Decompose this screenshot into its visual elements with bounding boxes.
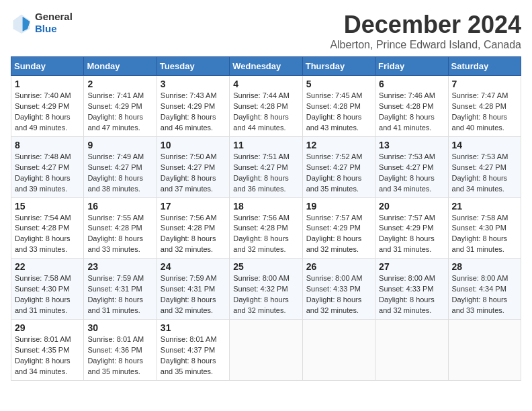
day-number: 7 bbox=[452, 79, 517, 89]
day-number: 16 bbox=[87, 201, 152, 212]
calendar-cell: 16Sunrise: 7:55 AMSunset: 4:28 PMDayligh… bbox=[84, 197, 157, 259]
day-info: Sunrise: 7:40 AMSunset: 4:29 PMDaylight:… bbox=[15, 91, 80, 134]
calendar-cell: 4Sunrise: 7:44 AMSunset: 4:28 PMDaylight… bbox=[230, 76, 302, 137]
calendar-cell: 31Sunrise: 8:01 AMSunset: 4:37 PMDayligh… bbox=[157, 320, 229, 381]
day-number: 24 bbox=[161, 261, 226, 272]
calendar-cell: 26Sunrise: 8:00 AMSunset: 4:33 PMDayligh… bbox=[302, 259, 375, 320]
calendar-cell: 22Sunrise: 7:58 AMSunset: 4:30 PMDayligh… bbox=[11, 259, 84, 320]
day-number: 25 bbox=[233, 261, 298, 272]
day-number: 21 bbox=[452, 201, 517, 212]
calendar-cell: 9Sunrise: 7:49 AMSunset: 4:27 PMDaylight… bbox=[84, 136, 157, 197]
day-number: 23 bbox=[87, 261, 152, 272]
col-header-thursday: Thursday bbox=[302, 57, 375, 76]
calendar-cell: 6Sunrise: 7:46 AMSunset: 4:28 PMDaylight… bbox=[375, 76, 448, 137]
day-number: 1 bbox=[15, 79, 80, 89]
day-info: Sunrise: 7:57 AMSunset: 4:29 PMDaylight:… bbox=[306, 213, 371, 256]
day-info: Sunrise: 7:53 AMSunset: 4:27 PMDaylight:… bbox=[452, 152, 517, 195]
calendar-cell: 12Sunrise: 7:52 AMSunset: 4:27 PMDayligh… bbox=[302, 136, 375, 197]
day-info: Sunrise: 7:44 AMSunset: 4:28 PMDaylight:… bbox=[233, 91, 298, 134]
calendar-cell: 20Sunrise: 7:57 AMSunset: 4:29 PMDayligh… bbox=[375, 197, 448, 259]
day-number: 29 bbox=[15, 322, 80, 333]
col-header-saturday: Saturday bbox=[448, 57, 521, 76]
calendar-cell: 23Sunrise: 7:59 AMSunset: 4:31 PMDayligh… bbox=[84, 259, 157, 320]
calendar-cell: 29Sunrise: 8:01 AMSunset: 4:35 PMDayligh… bbox=[11, 320, 84, 381]
calendar-cell bbox=[230, 320, 302, 381]
day-info: Sunrise: 7:51 AMSunset: 4:27 PMDaylight:… bbox=[233, 152, 298, 195]
day-info: Sunrise: 8:00 AMSunset: 4:32 PMDaylight:… bbox=[233, 273, 298, 316]
day-number: 12 bbox=[306, 140, 371, 150]
day-info: Sunrise: 7:53 AMSunset: 4:27 PMDaylight:… bbox=[379, 152, 444, 195]
calendar-cell: 1Sunrise: 7:40 AMSunset: 4:29 PMDaylight… bbox=[11, 76, 84, 137]
col-header-sunday: Sunday bbox=[11, 57, 84, 76]
day-info: Sunrise: 7:49 AMSunset: 4:27 PMDaylight:… bbox=[87, 152, 152, 195]
calendar-cell: 24Sunrise: 7:59 AMSunset: 4:31 PMDayligh… bbox=[157, 259, 229, 320]
calendar-week-row: 1Sunrise: 7:40 AMSunset: 4:29 PMDaylight… bbox=[11, 76, 521, 137]
day-number: 6 bbox=[379, 79, 444, 89]
logo-text: General Blue bbox=[35, 11, 73, 35]
logo-icon bbox=[11, 12, 32, 34]
day-number: 30 bbox=[87, 322, 152, 333]
logo: General Blue bbox=[11, 11, 73, 35]
calendar-cell bbox=[448, 320, 521, 381]
calendar-cell: 13Sunrise: 7:53 AMSunset: 4:27 PMDayligh… bbox=[375, 136, 448, 197]
day-info: Sunrise: 7:54 AMSunset: 4:28 PMDaylight:… bbox=[15, 213, 80, 256]
calendar-cell: 17Sunrise: 7:56 AMSunset: 4:28 PMDayligh… bbox=[157, 197, 229, 259]
day-info: Sunrise: 8:00 AMSunset: 4:33 PMDaylight:… bbox=[306, 273, 371, 316]
day-number: 14 bbox=[452, 140, 517, 150]
day-number: 2 bbox=[87, 79, 152, 89]
day-number: 18 bbox=[233, 201, 298, 212]
day-number: 28 bbox=[452, 261, 517, 272]
day-number: 17 bbox=[161, 201, 226, 212]
day-info: Sunrise: 7:46 AMSunset: 4:28 PMDaylight:… bbox=[379, 91, 444, 134]
month-title: December 2024 bbox=[330, 11, 521, 39]
day-info: Sunrise: 8:01 AMSunset: 4:35 PMDaylight:… bbox=[15, 334, 80, 377]
calendar-cell: 2Sunrise: 7:41 AMSunset: 4:29 PMDaylight… bbox=[84, 76, 157, 137]
day-number: 27 bbox=[379, 261, 444, 272]
day-info: Sunrise: 7:43 AMSunset: 4:29 PMDaylight:… bbox=[161, 91, 226, 134]
calendar-week-row: 8Sunrise: 7:48 AMSunset: 4:27 PMDaylight… bbox=[11, 136, 521, 197]
day-info: Sunrise: 7:58 AMSunset: 4:30 PMDaylight:… bbox=[452, 213, 517, 256]
calendar-cell: 19Sunrise: 7:57 AMSunset: 4:29 PMDayligh… bbox=[302, 197, 375, 259]
calendar-cell: 21Sunrise: 7:58 AMSunset: 4:30 PMDayligh… bbox=[448, 197, 521, 259]
day-number: 8 bbox=[15, 140, 80, 150]
calendar-table: SundayMondayTuesdayWednesdayThursdayFrid… bbox=[11, 56, 521, 381]
day-info: Sunrise: 7:59 AMSunset: 4:31 PMDaylight:… bbox=[161, 273, 226, 316]
calendar-header-row: SundayMondayTuesdayWednesdayThursdayFrid… bbox=[11, 57, 521, 76]
calendar-cell: 7Sunrise: 7:47 AMSunset: 4:28 PMDaylight… bbox=[448, 76, 521, 137]
day-info: Sunrise: 7:50 AMSunset: 4:27 PMDaylight:… bbox=[161, 152, 226, 195]
day-info: Sunrise: 7:58 AMSunset: 4:30 PMDaylight:… bbox=[15, 273, 80, 316]
day-info: Sunrise: 8:00 AMSunset: 4:34 PMDaylight:… bbox=[452, 273, 517, 316]
day-number: 31 bbox=[161, 322, 226, 333]
calendar-week-row: 15Sunrise: 7:54 AMSunset: 4:28 PMDayligh… bbox=[11, 197, 521, 259]
day-info: Sunrise: 7:52 AMSunset: 4:27 PMDaylight:… bbox=[306, 152, 371, 195]
day-info: Sunrise: 7:56 AMSunset: 4:28 PMDaylight:… bbox=[233, 213, 298, 256]
day-info: Sunrise: 7:48 AMSunset: 4:27 PMDaylight:… bbox=[15, 152, 80, 195]
day-info: Sunrise: 7:41 AMSunset: 4:29 PMDaylight:… bbox=[87, 91, 152, 134]
day-number: 15 bbox=[15, 201, 80, 212]
day-number: 4 bbox=[233, 79, 298, 89]
calendar-cell: 15Sunrise: 7:54 AMSunset: 4:28 PMDayligh… bbox=[11, 197, 84, 259]
day-info: Sunrise: 7:57 AMSunset: 4:29 PMDaylight:… bbox=[379, 213, 444, 256]
day-number: 5 bbox=[306, 79, 371, 89]
calendar-cell bbox=[375, 320, 448, 381]
day-info: Sunrise: 8:01 AMSunset: 4:37 PMDaylight:… bbox=[161, 334, 226, 377]
calendar-cell: 28Sunrise: 8:00 AMSunset: 4:34 PMDayligh… bbox=[448, 259, 521, 320]
day-number: 3 bbox=[161, 79, 226, 89]
calendar-cell: 25Sunrise: 8:00 AMSunset: 4:32 PMDayligh… bbox=[230, 259, 302, 320]
day-number: 26 bbox=[306, 261, 371, 272]
calendar-cell: 11Sunrise: 7:51 AMSunset: 4:27 PMDayligh… bbox=[230, 136, 302, 197]
calendar-cell bbox=[302, 320, 375, 381]
day-number: 9 bbox=[87, 140, 152, 150]
col-header-wednesday: Wednesday bbox=[230, 57, 302, 76]
title-block: December 2024 Alberton, Prince Edward Is… bbox=[330, 11, 521, 51]
day-info: Sunrise: 7:55 AMSunset: 4:28 PMDaylight:… bbox=[87, 213, 152, 256]
calendar-cell: 3Sunrise: 7:43 AMSunset: 4:29 PMDaylight… bbox=[157, 76, 229, 137]
calendar-cell: 30Sunrise: 8:01 AMSunset: 4:36 PMDayligh… bbox=[84, 320, 157, 381]
calendar-cell: 27Sunrise: 8:00 AMSunset: 4:33 PMDayligh… bbox=[375, 259, 448, 320]
page-header: General Blue December 2024 Alberton, Pri… bbox=[11, 11, 521, 51]
calendar-cell: 18Sunrise: 7:56 AMSunset: 4:28 PMDayligh… bbox=[230, 197, 302, 259]
col-header-friday: Friday bbox=[375, 57, 448, 76]
day-info: Sunrise: 7:47 AMSunset: 4:28 PMDaylight:… bbox=[452, 91, 517, 134]
day-info: Sunrise: 7:59 AMSunset: 4:31 PMDaylight:… bbox=[87, 273, 152, 316]
calendar-cell: 14Sunrise: 7:53 AMSunset: 4:27 PMDayligh… bbox=[448, 136, 521, 197]
